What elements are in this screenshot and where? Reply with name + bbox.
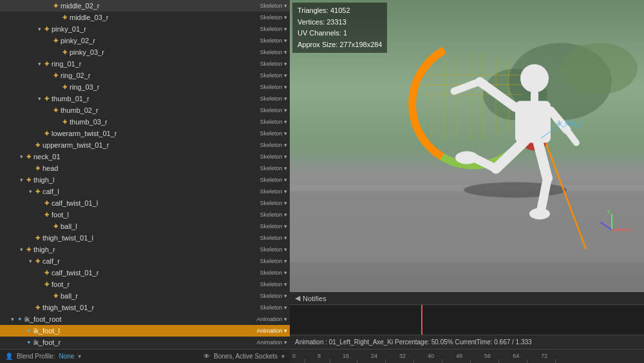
expand-arrow[interactable] <box>36 128 43 139</box>
tree-row-thigh_twist_01_r[interactable]: ✚thigh_twist_01_rSkeleton ▾ <box>0 302 290 313</box>
expand-arrow[interactable] <box>54 12 61 23</box>
expand-arrow[interactable] <box>36 197 43 209</box>
tree-row-neck_01[interactable]: ▾✚neck_01Skeleton ▾ <box>0 151 290 162</box>
tree-row-pinky_01_r[interactable]: ▾✚pinky_01_rSkeleton ▾ <box>0 23 290 35</box>
tree-type: Skeleton ▾ <box>260 211 287 218</box>
expand-arrow[interactable] <box>27 139 33 151</box>
tree-row-calf_twist_01_l[interactable]: ✚calf_twist_01_lSkeleton ▾ <box>0 197 290 209</box>
tree-row-calf_r[interactable]: ▾✚calf_rSkeleton ▾ <box>0 255 290 267</box>
skeleton-tree[interactable]: ✚middle_02_rSkeleton ▾✚middle_03_rSkelet… <box>0 0 290 349</box>
tree-row-ball_l[interactable]: ✚ball_lSkeleton ▾ <box>0 221 290 232</box>
expand-arrow[interactable] <box>27 302 33 313</box>
bone-icon: ✚ <box>61 117 70 126</box>
tree-type: Skeleton ▾ <box>260 61 287 67</box>
tree-row-thumb_03_r[interactable]: ✚thumb_03_rSkeleton ▾ <box>0 116 290 128</box>
ruler-mark: 40 <box>428 353 456 363</box>
expand-arrow[interactable] <box>36 209 43 221</box>
tree-type: Animation ▾ <box>256 316 287 322</box>
bone-icon: ✚ <box>43 94 52 103</box>
expand-arrow[interactable] <box>27 162 33 174</box>
bones-label: Bones, Active Sockets <box>214 353 278 360</box>
expand-arrow[interactable] <box>45 35 52 46</box>
tree-row-ik_foot_l[interactable]: ✦ik_foot_lAnimation ▾ <box>0 325 290 337</box>
tree-row-pinky_03_r[interactable]: ✚pinky_03_rSkeleton ▾ <box>0 46 290 58</box>
tree-type: Skeleton ▾ <box>260 142 287 148</box>
timeline-ruler[interactable]: 081624324048566472 <box>290 349 644 363</box>
tree-row-foot_l[interactable]: ✚foot_lSkeleton ▾ <box>0 209 290 221</box>
expand-arrow[interactable]: ▾ <box>36 58 43 70</box>
expand-arrow[interactable] <box>45 221 52 232</box>
expand-arrow[interactable]: ▾ <box>18 174 24 186</box>
viewport[interactable]: Triangles: 41052 Vertices: 23313 UV Chan… <box>290 0 644 292</box>
blend-profile-value[interactable]: None <box>59 353 74 360</box>
timeline-track[interactable] <box>290 305 644 335</box>
tree-row-ik_foot_root[interactable]: ▾✦ik_foot_rootAnimation ▾ <box>0 313 290 325</box>
timeline-playhead[interactable] <box>421 305 422 335</box>
expand-arrow[interactable] <box>18 325 24 337</box>
svg-point-1 <box>560 43 638 95</box>
expand-arrow[interactable] <box>54 81 61 93</box>
tree-row-ring_01_r[interactable]: ▾✚ring_01_rSkeleton ▾ <box>0 58 290 70</box>
expand-arrow[interactable] <box>36 279 43 290</box>
expand-arrow[interactable]: ▾ <box>18 244 24 255</box>
tree-row-thumb_02_r[interactable]: ✚thumb_02_rSkeleton ▾ <box>0 104 290 116</box>
tree-row-middle_03_r[interactable]: ✚middle_03_rSkeleton ▾ <box>0 12 290 23</box>
svg-rect-3 <box>290 185 644 262</box>
tree-row-thumb_01_r[interactable]: ▾✚thumb_01_rSkeleton ▾ <box>0 93 290 104</box>
expand-arrow[interactable]: ▾ <box>27 255 33 267</box>
tree-row-calf_l[interactable]: ▾✚calf_lSkeleton ▾ <box>0 186 290 197</box>
expand-arrow[interactable] <box>54 46 61 58</box>
expand-arrow[interactable]: ▾ <box>9 313 15 325</box>
tree-type: Skeleton ▾ <box>260 304 287 311</box>
svg-line-24 <box>454 82 480 92</box>
tree-type: Skeleton ▾ <box>260 281 287 288</box>
tree-row-thigh_r[interactable]: ▾✚thigh_rSkeleton ▾ <box>0 244 290 255</box>
tree-type: Skeleton ▾ <box>260 107 287 113</box>
tree-row-upperarm_twist_01_r[interactable]: ✚upperarm_twist_01_rSkeleton ▾ <box>0 139 290 151</box>
tree-type: Skeleton ▾ <box>260 14 287 21</box>
expand-arrow[interactable] <box>45 290 52 302</box>
tree-type: Skeleton ▾ <box>260 200 287 206</box>
tree-row-pinky_02_r[interactable]: ✚pinky_02_rSkeleton ▾ <box>0 35 290 46</box>
tree-row-head[interactable]: ✚headSkeleton ▾ <box>0 162 290 174</box>
expand-arrow[interactable] <box>45 0 52 12</box>
tree-row-ring_03_r[interactable]: ✚ring_03_rSkeleton ▾ <box>0 81 290 93</box>
bone-icon: ✚ <box>61 83 70 92</box>
expand-arrow[interactable]: ▾ <box>36 93 43 104</box>
tree-label: thumb_03_r <box>70 118 260 126</box>
tree-type: Skeleton ▾ <box>260 270 287 276</box>
status-text: Animation : 01_Left_Right_Axe_Ki Percent… <box>295 338 532 346</box>
bone-icon: ✚ <box>52 71 61 80</box>
svg-line-27 <box>496 141 525 169</box>
bone-icon: ✚ <box>33 233 43 242</box>
bone-icon: ✚ <box>24 245 33 254</box>
expand-arrow[interactable] <box>18 337 24 348</box>
svg-point-29 <box>455 152 478 164</box>
tree-row-ik_foot_r[interactable]: ✦ik_foot_rAnimation ▾ <box>0 337 290 348</box>
tree-row-ball_r[interactable]: ✚ball_rSkeleton ▾ <box>0 290 290 302</box>
tree-row-thigh_twist_01_l[interactable]: ✚thigh_twist_01_lSkeleton ▾ <box>0 232 290 244</box>
expand-arrow[interactable]: ▾ <box>18 151 24 162</box>
tree-row-middle_02_r[interactable]: ✚middle_02_rSkeleton ▾ <box>0 0 290 12</box>
tree-type: Skeleton ▾ <box>260 37 287 44</box>
expand-arrow[interactable] <box>45 70 52 81</box>
expand-arrow[interactable] <box>27 232 33 244</box>
bone-icon: ✚ <box>52 222 61 231</box>
tree-row-calf_twist_01_r[interactable]: ✚calf_twist_01_rSkeleton ▾ <box>0 267 290 279</box>
dropdown-arrow: ▾ <box>78 353 81 360</box>
tree-label: pinky_02_r <box>61 37 260 44</box>
expand-arrow[interactable] <box>36 267 43 279</box>
ruler-mark: 72 <box>541 353 569 363</box>
tree-row-thigh_l[interactable]: ▾✚thigh_lSkeleton ▾ <box>0 174 290 186</box>
expand-arrow[interactable] <box>45 104 52 116</box>
bone-icon: ✚ <box>43 280 52 289</box>
notifies-arrow: ◀ <box>295 294 300 302</box>
tree-type: Skeleton ▾ <box>260 188 287 195</box>
expand-arrow[interactable] <box>54 116 61 128</box>
tree-row-lowerarm_twist_01_r[interactable]: ✚lowerarm_twist_01_rSkeleton ▾ <box>0 128 290 139</box>
tree-row-foot_r[interactable]: ✚foot_rSkeleton ▾ <box>0 279 290 290</box>
expand-arrow[interactable]: ▾ <box>36 23 43 35</box>
tree-label: head <box>43 164 260 172</box>
expand-arrow[interactable]: ▾ <box>27 186 33 197</box>
tree-row-ring_02_r[interactable]: ✚ring_02_rSkeleton ▾ <box>0 70 290 81</box>
